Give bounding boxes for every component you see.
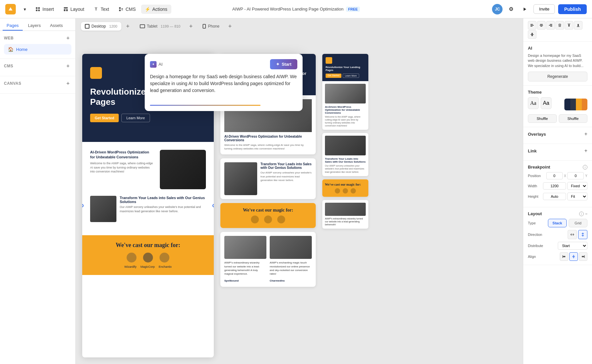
align-middle-btn[interactable] bbox=[528, 30, 536, 39]
svg-rect-31 bbox=[584, 255, 585, 258]
align-right-btn[interactable] bbox=[546, 21, 555, 30]
svg-rect-12 bbox=[530, 24, 533, 25]
publish-button[interactable]: Publish bbox=[558, 4, 587, 14]
cms-button[interactable]: CMS bbox=[114, 5, 140, 14]
add-link-button[interactable]: + bbox=[584, 148, 587, 154]
add-canvas-button[interactable]: + bbox=[65, 80, 71, 87]
stack-button[interactable]: Stack bbox=[548, 219, 567, 227]
align-toolbar bbox=[523, 18, 592, 42]
phone-preview: Revolutionize Your Landing Pages Get Sta… bbox=[322, 54, 368, 357]
add-viewport-phone[interactable]: + bbox=[226, 22, 234, 30]
testimonial-author-1: Spellbound bbox=[224, 279, 239, 282]
tab-pages[interactable]: Pages bbox=[3, 21, 23, 31]
phone-testimonial-text: AIWP's extraordinary wizardry turned our… bbox=[325, 217, 366, 226]
features-section: AI-Driven WordPress Optimization for Unb… bbox=[82, 142, 214, 235]
invite-button[interactable]: Invite bbox=[533, 4, 555, 14]
svg-rect-27 bbox=[562, 255, 563, 258]
add-web-button[interactable]: + bbox=[65, 35, 71, 41]
color-swatch[interactable] bbox=[564, 99, 587, 110]
feature-card-1: AI-Driven WordPress Optimization for Unb… bbox=[90, 150, 206, 189]
user-avatar[interactable]: JC bbox=[492, 4, 503, 14]
type-label: Type bbox=[528, 221, 536, 225]
collapse-layout-btn[interactable]: − bbox=[585, 212, 587, 216]
height-input[interactable] bbox=[543, 193, 566, 200]
svg-rect-28 bbox=[563, 256, 565, 257]
svg-rect-2 bbox=[36, 10, 37, 11]
align-start-btn[interactable] bbox=[560, 252, 568, 261]
ai-start-button[interactable]: ✦ Start bbox=[270, 59, 297, 69]
align-center-icon-btn[interactable] bbox=[569, 252, 578, 261]
ai-prompt-input[interactable]: Design a homepage for my SaaS web design… bbox=[150, 73, 297, 100]
tablet-magic-section: We've cast our magic for: bbox=[220, 203, 316, 228]
stats-text: Transform Your Leads into Sales with Our… bbox=[120, 196, 206, 222]
width-mode-select[interactable]: Fixed Fill Auto bbox=[567, 182, 587, 190]
sidebar-item-home[interactable]: 🏠 Home bbox=[4, 44, 71, 55]
stats-card: Transform Your Leads into Sales with Our… bbox=[90, 196, 206, 222]
testimonial-img-2 bbox=[270, 236, 312, 259]
viewport-desktop[interactable]: Desktop 1200 bbox=[81, 22, 121, 31]
ai-icon: ✦ bbox=[152, 62, 155, 66]
actions-button[interactable]: ⚡ Actions bbox=[141, 5, 171, 14]
shuffle-font-button[interactable]: Shuffle bbox=[528, 114, 557, 123]
grid-button[interactable]: Grid bbox=[569, 219, 587, 227]
add-viewport-tablet[interactable]: + bbox=[187, 22, 195, 30]
font-option-serif[interactable]: Aa bbox=[528, 97, 539, 109]
shuffle-color-button[interactable]: Shuffle bbox=[559, 114, 588, 123]
phone-logo bbox=[326, 57, 332, 64]
viewport-phone[interactable]: Phone bbox=[199, 22, 223, 31]
layout-info-icon[interactable]: i bbox=[579, 212, 584, 216]
breakpoint-info-icon[interactable]: i bbox=[583, 165, 587, 170]
tablet-stats-img bbox=[224, 162, 257, 195]
svg-rect-14 bbox=[530, 26, 532, 27]
ai-section-header: AI bbox=[528, 46, 587, 51]
svg-rect-5 bbox=[64, 9, 65, 11]
tab-layers[interactable]: Layers bbox=[24, 21, 45, 31]
layout-button[interactable]: Layout bbox=[59, 5, 88, 14]
app-logo[interactable] bbox=[5, 4, 16, 14]
phone-testimonial-card: AIWP's extraordinary wizardry turned our… bbox=[322, 200, 368, 229]
direction-horizontal-btn[interactable] bbox=[568, 230, 577, 239]
layout-label: Layout bbox=[70, 7, 84, 12]
canvas-section-label: Canvas bbox=[4, 81, 21, 86]
settings-button[interactable]: ⚙ bbox=[506, 4, 516, 14]
align-bottom-btn[interactable] bbox=[574, 21, 582, 30]
distribute-select[interactable]: Start Center End Space Between bbox=[558, 242, 587, 250]
add-overlay-button[interactable]: + bbox=[584, 131, 587, 137]
font-option-sans[interactable]: Aa bbox=[541, 97, 552, 109]
position-x-input[interactable] bbox=[546, 172, 563, 179]
canvas-section-header: Canvas + bbox=[4, 80, 71, 87]
direction-vertical-btn[interactable] bbox=[578, 230, 587, 239]
viewport-tablet[interactable]: Tablet 1199 — 810 bbox=[136, 22, 185, 31]
align-left-btn[interactable] bbox=[528, 21, 536, 30]
hero-cta1[interactable]: Get Started bbox=[90, 114, 119, 122]
height-row: Height Fit Fixed Fill bbox=[528, 193, 587, 200]
magic-icon-3 bbox=[160, 253, 169, 262]
align-row: Align bbox=[528, 252, 587, 261]
hero-logo bbox=[90, 67, 102, 79]
regenerate-button[interactable]: Regenerate bbox=[528, 72, 587, 81]
align-center-btn[interactable] bbox=[537, 21, 546, 30]
preview-button[interactable] bbox=[520, 4, 530, 14]
position-y-input[interactable] bbox=[567, 172, 584, 179]
svg-rect-1 bbox=[38, 7, 40, 9]
phone-magic-title: We've cast our magic for: bbox=[325, 183, 366, 186]
position-inputs: X Y bbox=[546, 172, 587, 179]
hero-cta2[interactable]: Learn More bbox=[121, 114, 150, 122]
height-mode-select[interactable]: Fit Fixed Fill bbox=[567, 193, 587, 200]
resize-handle-right[interactable] bbox=[212, 204, 214, 207]
insert-button[interactable]: Insert bbox=[31, 5, 58, 14]
tablet-magic-icon-1 bbox=[251, 216, 259, 223]
add-viewport-desktop[interactable]: + bbox=[124, 22, 132, 30]
align-top-btn[interactable] bbox=[565, 21, 573, 30]
tab-assets[interactable]: Assets bbox=[46, 21, 67, 31]
tablet-testimonial-2: AIWP's enchanting magic touch revolution… bbox=[270, 236, 312, 283]
text-button[interactable]: T Text bbox=[89, 5, 113, 14]
svg-rect-10 bbox=[119, 10, 121, 11]
delete-btn[interactable] bbox=[555, 21, 564, 30]
phone-section1-body: Welcome to the AIWP saga, where cutting-… bbox=[325, 115, 366, 127]
phone-magic-icon-2 bbox=[343, 188, 348, 193]
topbar-dropdown[interactable]: ▾ bbox=[20, 5, 30, 14]
width-input[interactable] bbox=[543, 182, 566, 190]
add-cms-button[interactable]: + bbox=[65, 63, 71, 69]
align-end-btn[interactable] bbox=[579, 252, 587, 261]
